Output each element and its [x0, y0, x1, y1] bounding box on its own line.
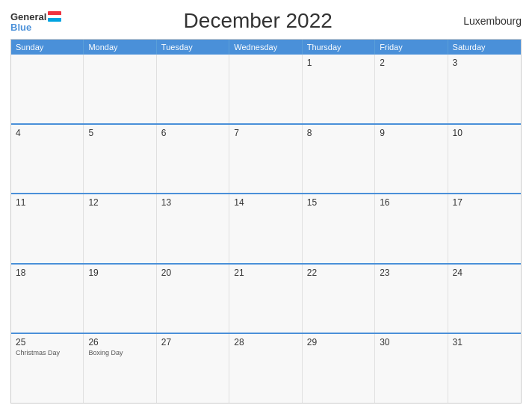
day-cell-3: 3 [448, 55, 521, 123]
header-saturday: Saturday [448, 40, 521, 55]
week-row-3: 11 12 13 14 15 16 17 [11, 193, 521, 263]
day-cell-24: 24 [448, 265, 521, 333]
header-tuesday: Tuesday [157, 40, 229, 55]
day-cell-15: 15 [303, 194, 375, 263]
day-cell-9: 9 [375, 125, 448, 194]
calendar-page: General Blue December 2022 Luxembourg Su… [0, 0, 532, 411]
week-row-5: 25 Christmas Day 26 Boxing Day 27 28 29 [11, 333, 521, 403]
day-cell-14: 14 [229, 194, 302, 263]
day-cell-29: 29 [303, 334, 375, 403]
day-cell-16: 16 [375, 194, 448, 263]
day-cell [157, 55, 229, 123]
header-friday: Friday [375, 40, 448, 55]
day-cell-30: 30 [375, 334, 448, 403]
logo: General Blue [10, 10, 61, 32]
day-cell-20: 20 [157, 265, 229, 333]
day-cell-18: 18 [11, 265, 84, 333]
header-thursday: Thursday [303, 40, 375, 55]
day-cell-28: 28 [229, 334, 302, 403]
week-row-1: 1 2 3 [11, 55, 521, 123]
day-cell-21: 21 [229, 265, 302, 333]
day-cell-2: 2 [375, 55, 448, 123]
day-cell-26: 26 Boxing Day [84, 334, 156, 403]
day-cell-8: 8 [303, 125, 375, 194]
day-cell-22: 22 [303, 265, 375, 333]
weeks-container: 1 2 3 4 5 6 [11, 55, 521, 403]
day-cell [84, 55, 156, 123]
header-sunday: Sunday [11, 40, 84, 55]
logo-general: General [10, 11, 46, 22]
day-cell-1: 1 [303, 55, 375, 123]
country-label: Luxembourg [454, 15, 522, 27]
day-cell-12: 12 [84, 194, 156, 263]
day-cell-27: 27 [157, 334, 229, 403]
logo-blue: Blue [10, 22, 61, 32]
logo-flag-icon [48, 11, 61, 22]
logo-text: General [10, 10, 61, 22]
day-cell-19: 19 [84, 265, 156, 333]
day-cell-31: 31 [448, 334, 521, 403]
day-cell-5: 5 [84, 125, 156, 194]
day-cell-23: 23 [375, 265, 448, 333]
day-cell [229, 55, 302, 123]
day-headers-row: Sunday Monday Tuesday Wednesday Thursday… [11, 40, 521, 55]
header-monday: Monday [84, 40, 156, 55]
day-cell-6: 6 [157, 125, 229, 194]
header-wednesday: Wednesday [229, 40, 302, 55]
day-cell-4: 4 [11, 125, 84, 194]
day-cell-25: 25 Christmas Day [11, 334, 84, 403]
week-row-4: 18 19 20 21 22 23 24 [11, 263, 521, 333]
day-cell-17: 17 [448, 194, 521, 263]
calendar-grid: Sunday Monday Tuesday Wednesday Thursday… [10, 39, 522, 404]
day-cell-13: 13 [157, 194, 229, 263]
day-cell-7: 7 [229, 125, 302, 194]
week-row-2: 4 5 6 7 8 9 10 [11, 123, 521, 194]
day-cell-10: 10 [448, 125, 521, 194]
header: General Blue December 2022 Luxembourg [10, 9, 522, 33]
calendar-title: December 2022 [61, 9, 454, 33]
day-cell [11, 55, 84, 123]
day-cell-11: 11 [11, 194, 84, 263]
